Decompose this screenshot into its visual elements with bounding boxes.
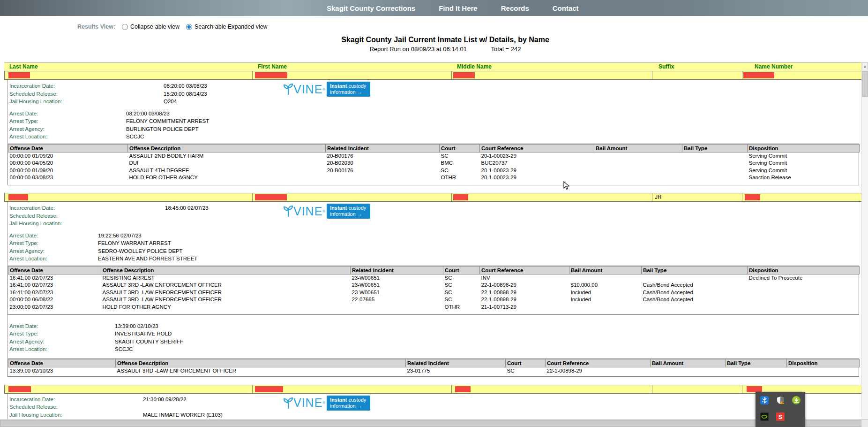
arrest-type-value: FELONY WARRANT ARREST <box>98 239 171 247</box>
inmate-2-custody: Incarceration Date:18:45:00 02/07/23 Sch… <box>8 202 862 228</box>
radio-checked-icon[interactable] <box>186 24 192 30</box>
offense-header-cell: Court <box>443 266 480 274</box>
offense-rows: 16:41:00 02/07/23RESISTING ARREST23-W006… <box>8 274 860 311</box>
arrest-location-value: SCCJC <box>115 345 133 353</box>
report-total-count: Total = 242 <box>491 46 521 53</box>
incarceration-date-label: Incarceration Date: <box>9 205 55 211</box>
offense-cell <box>594 152 682 160</box>
offense-cell <box>651 367 726 374</box>
offense-cell: 23-W00651 <box>351 274 443 282</box>
col-header-suffix: Suffix <box>658 63 674 70</box>
scheduled-release-label: Scheduled Release: <box>9 404 58 410</box>
scheduled-release-label: Scheduled Release: <box>9 91 58 97</box>
sync-s-icon[interactable]: S <box>776 412 785 421</box>
redacted-last-name <box>8 194 28 200</box>
offense-cell <box>682 152 748 160</box>
arrest-type-label: Arrest Type: <box>9 240 38 246</box>
offense-cell <box>682 160 748 167</box>
offense-cell: 22-1-00898-29 <box>546 367 651 374</box>
nvidia-icon[interactable] <box>760 412 769 421</box>
offense-cell <box>682 167 748 174</box>
offense-cell: 00:00:00 01/09/20 <box>8 152 128 160</box>
arrest-location-value: SCCJC <box>126 133 144 141</box>
vine-link[interactable]: VINE® Instant custodyinformation → <box>283 82 370 97</box>
scroll-up-button[interactable]: ▲ <box>862 62 868 70</box>
vine-link[interactable]: VINE® Instant custodyinformation → <box>283 396 370 411</box>
offense-cell: 16:41:00 02/07/23 <box>8 282 101 289</box>
offense-cell: HOLD FOR OTHER AGNCY <box>128 174 326 182</box>
radio-option-searchable-expanded[interactable]: Search-able Expanded view <box>186 23 268 30</box>
offense-cell: Included <box>569 289 642 296</box>
offense-table-3: Offense DateOffense DescriptionRelated I… <box>7 358 859 377</box>
vertical-scrollbar[interactable]: ▲ <box>861 62 868 419</box>
offense-header-cell: Court Reference <box>480 266 569 274</box>
nav-item-records[interactable]: Records <box>501 4 529 12</box>
horizontal-scrollbar[interactable] <box>0 419 868 427</box>
vine-instant-custody-badge[interactable]: Instant custodyinformation → <box>327 82 370 97</box>
results-view-controls: Results View: Collapse-able view Search-… <box>77 23 274 30</box>
scheduled-release-value: 15:20:00 08/14/23 <box>164 90 207 98</box>
redacted-name-number <box>743 72 774 78</box>
col-header-last-name: Last Name <box>9 63 38 70</box>
offense-cell: ASSAULT 3RD -LAW ENFORCEMENT OFFICER <box>116 367 406 374</box>
vine-instant-custody-badge[interactable]: Instant custodyinformation → <box>327 396 370 411</box>
cell-divider <box>252 71 253 79</box>
offense-header-cell: Disposition <box>748 144 860 152</box>
offense-cell: 23-W00651 <box>351 282 443 289</box>
inmate-2-detail: Incarceration Date:18:45:00 02/07/23 Sch… <box>7 202 862 377</box>
offense-header-cell: Disposition <box>787 359 860 367</box>
nav-item-contact[interactable]: Contact <box>553 4 579 12</box>
offense-cell: SC <box>440 152 480 160</box>
nav-item-skagit-county-corrections[interactable]: Skagit County Corrections <box>327 4 415 12</box>
incarceration-date-label: Incarceration Date: <box>9 396 55 402</box>
offense-table-2: Offense DateOffense DescriptionRelated I… <box>7 266 859 315</box>
offense-cell <box>726 367 787 374</box>
vine-link[interactable]: VINE® Instant custodyinformation → <box>283 204 370 219</box>
offense-header-cell: Bail Type <box>682 144 748 152</box>
offense-header-cell: Related Incident <box>326 144 440 152</box>
offense-row: 00:00:00 06/08/22ASSAULT 3RD -LAW ENFORC… <box>8 296 860 304</box>
update-download-icon[interactable] <box>792 396 801 404</box>
offense-cell: 22-07665 <box>351 296 443 304</box>
jail-housing-location-value: MALE INMATE WORKER (E103) <box>143 411 223 419</box>
offense-cell: SC <box>443 274 480 282</box>
cell-divider <box>742 71 742 79</box>
windows-defender-icon[interactable] <box>776 396 785 404</box>
vertical-scrollbar-thumb[interactable] <box>862 71 868 97</box>
offense-cell: SC <box>440 167 480 174</box>
redacted-first-name <box>255 194 287 200</box>
arrest-date-value: 08:20:00 03/08/23 <box>126 110 170 118</box>
offense-header-cell: Bail Amount <box>569 266 642 274</box>
arrest-agency-value: BURLINGTON POLICE DEPT <box>126 125 198 133</box>
inmate-1-arrest-1: Arrest Date:08:20:00 03/08/23 Arrest Typ… <box>8 106 862 141</box>
offense-row: 00:00:00 01/09/20ASSAULT 4TH DEGREE20-B0… <box>8 167 860 174</box>
bluetooth-icon[interactable] <box>760 396 769 404</box>
arrest-date-value: 19:22:56 02/07/23 <box>98 232 142 240</box>
offense-cell: ASSAULT 4TH DEGREE <box>128 167 326 174</box>
nav-item-find-it-here[interactable]: Find It Here <box>439 4 478 12</box>
redacted-first-name <box>255 386 283 392</box>
radio-option-collapseable[interactable]: Collapse-able view <box>122 23 180 30</box>
top-nav-bar: Skagit County Corrections Find It Here R… <box>0 0 868 16</box>
incarceration-date-label: Incarceration Date: <box>9 83 55 89</box>
horizontal-scrollbar-thumb[interactable] <box>0 420 861 427</box>
arrest-agency-label: Arrest Agency: <box>9 339 45 344</box>
redacted-name-number <box>745 194 760 200</box>
arrest-location-label: Arrest Location: <box>9 346 47 352</box>
offense-cell: Cash/Bond Accepted <box>642 282 748 289</box>
vine-wordmark: VINE <box>293 84 322 95</box>
offense-cell: RESISTING ARREST <box>101 274 351 282</box>
radio-unchecked-icon[interactable] <box>122 24 128 30</box>
offense-cell: 16:41:00 02/07/23 <box>8 274 101 282</box>
offense-cell: Included <box>569 296 642 304</box>
offense-header-cell: Offense Description <box>101 266 351 274</box>
offense-cell: Sanction Release <box>748 174 860 182</box>
jail-housing-location-value: Q204 <box>164 98 177 106</box>
arrow-right-icon: → <box>357 89 362 95</box>
offense-cell: 00:00:00 04/05/20 <box>8 160 128 167</box>
offense-cell <box>748 303 860 311</box>
vine-instant-custody-badge[interactable]: Instant custodyinformation → <box>327 204 370 219</box>
arrest-type-label: Arrest Type: <box>9 118 38 124</box>
offense-cell <box>682 174 748 182</box>
offense-header-cell: Bail Type <box>642 266 748 274</box>
